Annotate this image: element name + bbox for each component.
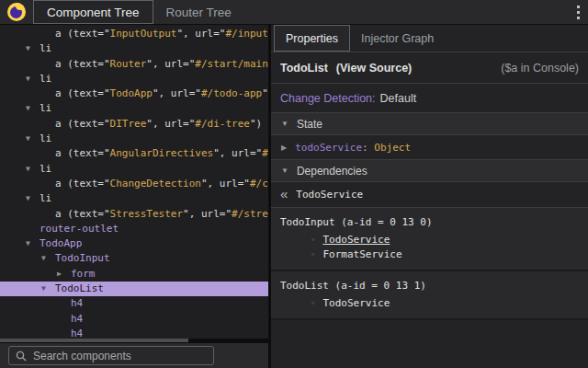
dependency-item[interactable]: ◦TodoService xyxy=(280,233,579,247)
dependency-blocks: TodoInput (a-id = 0 13 0)◦TodoService◦Fo… xyxy=(271,208,588,320)
state-colon: : xyxy=(362,142,368,154)
dependency-block: TodoList (a-id = 0 13 1)◦TodoService xyxy=(271,271,588,320)
tab-injector-graph[interactable]: Injector Graph xyxy=(350,25,445,52)
dependency-service-name: TodoService xyxy=(296,189,363,201)
chevron-down-icon: ▼ xyxy=(281,120,288,128)
section-state[interactable]: ▼ State xyxy=(271,113,588,135)
tree-row-li[interactable]: ▼li xyxy=(0,132,268,146)
tree-row-li[interactable]: ▼li xyxy=(0,101,268,116)
tree-row-li[interactable]: ▼li xyxy=(0,191,268,206)
tree-row-todoapp[interactable]: a (text="TodoApp", url="#/todo-app") xyxy=(0,86,268,101)
expand-arrow-down-icon[interactable]: ▼ xyxy=(26,236,40,251)
kebab-menu-icon[interactable] xyxy=(577,6,580,19)
chevron-right-icon[interactable]: ▶ xyxy=(281,144,287,152)
expand-arrow-down-icon[interactable]: ▼ xyxy=(26,132,40,146)
tree-row-router[interactable]: a (text="Router", url="#/start/main" xyxy=(0,57,268,72)
tab-properties[interactable]: Properties xyxy=(274,25,350,52)
component-header: TodoList (View Source) ($a in Console) xyxy=(271,52,588,84)
search-box[interactable] xyxy=(8,346,214,365)
chevron-down-icon: ▼ xyxy=(281,167,288,175)
expand-arrow-down-icon[interactable]: ▼ xyxy=(26,101,40,116)
tree-row-li[interactable]: ▼li xyxy=(0,41,268,56)
tree-row-inputoutput[interactable]: a (text="InputOutput", url="#/input- xyxy=(0,27,268,41)
tree-row-todolist[interactable]: ▼TodoList xyxy=(0,282,268,296)
bullet-icon: ◦ xyxy=(311,250,315,259)
expand-arrow-down-icon[interactable]: ▼ xyxy=(26,162,40,177)
change-detection-value: Default xyxy=(380,92,417,105)
state-value: Object xyxy=(374,142,411,154)
tab-component-tree[interactable]: Component Tree xyxy=(33,0,153,24)
view-source-link[interactable]: (View Source) xyxy=(336,62,412,75)
dependency-item[interactable]: ◦TodoService xyxy=(280,296,579,311)
section-dependencies-label: Dependencies xyxy=(297,165,368,178)
tree-row-changedetection[interactable]: a (text="ChangeDetection", url="#/ch xyxy=(0,177,268,191)
section-dependencies[interactable]: ▼ Dependencies xyxy=(271,160,588,182)
dependency-block-title: TodoInput (a-id = 0 13 0) xyxy=(280,215,579,230)
properties-tab-bar: Properties Injector Graph xyxy=(271,25,588,52)
expand-arrow-down-icon[interactable]: ▼ xyxy=(41,251,55,266)
collapse-double-chevron-icon[interactable]: « xyxy=(280,186,288,201)
tree-row-li[interactable]: ▼li xyxy=(0,72,268,86)
expand-arrow-right-icon[interactable]: ▶ xyxy=(57,267,71,282)
tree-row-h4[interactable]: h4 xyxy=(0,327,268,339)
top-bar: Component Tree Router Tree xyxy=(0,0,588,25)
search-components-input[interactable] xyxy=(31,349,213,363)
console-hint: ($a in Console) xyxy=(501,62,579,75)
angular-devtools-logo-icon xyxy=(7,3,26,21)
bullet-icon: ◦ xyxy=(311,236,315,245)
tree-row-router-outlet[interactable]: router-outlet xyxy=(0,222,268,236)
main-tab-bar: Component Tree Router Tree xyxy=(33,0,244,24)
dependency-item-name: TodoService xyxy=(322,297,390,309)
section-state-label: State xyxy=(297,118,322,131)
dependency-item-name: FormatService xyxy=(322,248,401,260)
dependency-item-name: TodoService xyxy=(322,234,390,246)
tree-row-li[interactable]: ▼li xyxy=(0,162,268,177)
dependency-service-row: « TodoService xyxy=(271,182,588,208)
component-title: TodoList xyxy=(280,62,328,75)
tree-row-todoinput[interactable]: ▼TodoInput xyxy=(0,251,268,266)
tab-router-tree[interactable]: Router Tree xyxy=(153,0,244,24)
search-bar xyxy=(0,342,268,368)
properties-panel: Properties Injector Graph TodoList (View… xyxy=(271,25,588,368)
tree-row-h4[interactable]: h4 xyxy=(0,312,268,327)
tree-row-stresstester[interactable]: a (text="StressTester", url="#/stres xyxy=(0,207,268,222)
expand-arrow-down-icon[interactable]: ▼ xyxy=(41,282,55,296)
tree-row-h4[interactable]: h4 xyxy=(0,296,268,311)
expand-arrow-down-icon[interactable]: ▼ xyxy=(26,72,40,86)
state-key: todoService xyxy=(295,142,362,154)
component-tree: a (text="InputOutput", url="#/input-▼lia… xyxy=(0,25,268,339)
state-row-todoservice[interactable]: ▶ todoService: Object xyxy=(271,135,588,160)
tree-row-todoapp[interactable]: ▼TodoApp xyxy=(0,236,268,251)
tree-row-angulardirectives[interactable]: a (text="AngularDirectives", url="#/ xyxy=(0,146,268,161)
tree-row-form[interactable]: ▶form xyxy=(0,267,268,282)
change-detection-label: Change Detection: xyxy=(280,92,376,105)
bullet-icon: ◦ xyxy=(311,299,315,308)
dependency-item[interactable]: ◦FormatService xyxy=(280,247,579,262)
search-icon xyxy=(16,351,27,362)
component-tree-panel: a (text="InputOutput", url="#/input-▼lia… xyxy=(0,25,268,368)
expand-arrow-down-icon[interactable]: ▼ xyxy=(26,191,40,206)
dependency-block: TodoInput (a-id = 0 13 0)◦TodoService◦Fo… xyxy=(271,208,588,271)
dependency-block-title: TodoList (a-id = 0 13 1) xyxy=(280,279,579,293)
change-detection-row: Change Detection: Default xyxy=(271,84,588,113)
tree-row-ditree[interactable]: a (text="DITree", url="#/di-tree") xyxy=(0,117,268,132)
expand-arrow-down-icon[interactable]: ▼ xyxy=(26,41,40,56)
